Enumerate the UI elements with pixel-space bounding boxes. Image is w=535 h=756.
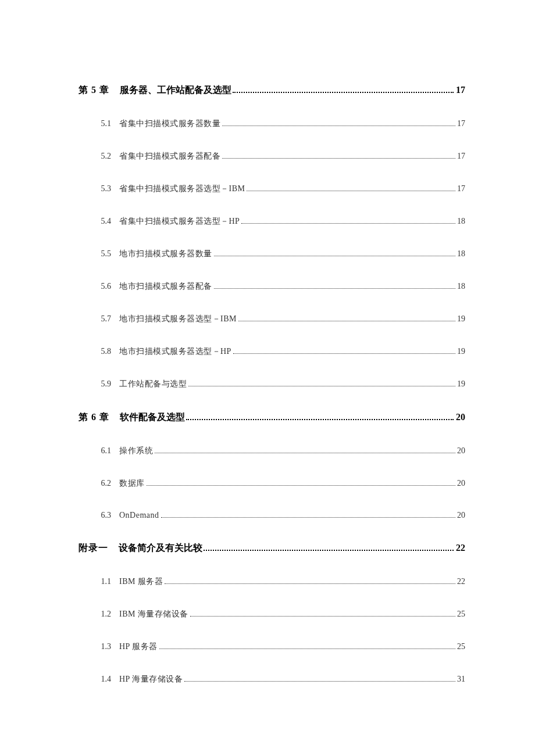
sub-number: 5.3 <box>90 184 111 194</box>
toc-sub-row[interactable]: 5.3省集中扫描模式服务器选型－IBM17 <box>79 184 465 194</box>
dot-leader <box>204 550 454 551</box>
sub-number: 6.3 <box>90 511 111 520</box>
dot-leader <box>147 485 456 486</box>
chapter-number: 第 5 章 <box>79 84 109 96</box>
toc-section: 第 6 章软件配备及选型206.1操作系统206.2数据库206.3OnDema… <box>79 411 465 520</box>
sub-number: 5.5 <box>90 249 111 259</box>
dot-leader <box>190 616 455 617</box>
sub-page: 19 <box>457 314 465 324</box>
sub-title: 工作站配备与选型 <box>119 379 187 389</box>
dot-leader <box>238 321 455 321</box>
sub-page: 20 <box>457 446 465 456</box>
sub-title: 省集中扫描模式服务器配备 <box>119 151 220 162</box>
sub-number: 5.1 <box>90 119 111 128</box>
sub-title: 操作系统 <box>119 446 153 456</box>
chapter-page: 17 <box>456 85 465 95</box>
dot-leader <box>186 419 454 420</box>
table-of-contents: 第 5 章服务器、工作站配备及选型175.1省集中扫描模式服务器数量175.2省… <box>79 84 465 685</box>
chapter-number: 第 6 章 <box>79 411 109 424</box>
dot-leader <box>165 583 455 584</box>
toc-sub-row[interactable]: 5.4省集中扫描模式服务器选型－HP18 <box>79 216 465 227</box>
sub-page: 19 <box>457 347 465 356</box>
chapter-page: 20 <box>456 412 465 422</box>
dot-leader <box>155 453 455 453</box>
sub-number: 5.8 <box>90 347 111 356</box>
sub-title: 省集中扫描模式服务器数量 <box>119 119 220 129</box>
toc-sub-row[interactable]: 1.4HP 海量存储设备31 <box>79 674 465 685</box>
dot-leader <box>247 191 455 191</box>
toc-sub-row[interactable]: 1.3HP 服务器25 <box>79 642 465 652</box>
dot-leader <box>161 517 455 518</box>
chapter-number: 附录一 <box>79 542 108 554</box>
sub-number: 1.2 <box>90 610 111 619</box>
sub-page: 18 <box>457 249 465 259</box>
toc-sub-row[interactable]: 1.1IBM 服务器22 <box>79 576 465 587</box>
sub-number: 1.3 <box>90 642 111 651</box>
dot-leader <box>188 386 455 386</box>
dot-leader <box>222 126 455 126</box>
sub-number: 5.4 <box>90 217 111 226</box>
toc-sub-row[interactable]: 5.8地市扫描模式服务器选型－HP19 <box>79 346 465 357</box>
dot-leader <box>233 353 455 354</box>
sub-page: 17 <box>457 152 465 161</box>
sub-title: IBM 海量存储设备 <box>119 609 188 619</box>
toc-sub-row[interactable]: 5.1省集中扫描模式服务器数量17 <box>79 119 465 129</box>
sub-page: 18 <box>457 217 465 226</box>
chapter-title: 服务器、工作站配备及选型 <box>120 84 231 96</box>
sub-page: 20 <box>457 479 465 488</box>
sub-title: 地市扫描模式服务器数量 <box>119 249 212 259</box>
sub-number: 6.1 <box>90 446 111 456</box>
toc-sub-row[interactable]: 6.3OnDemand20 <box>79 511 465 520</box>
sub-page: 19 <box>457 379 465 389</box>
sub-title: 省集中扫描模式服务器选型－HP <box>119 216 240 227</box>
chapter-title: 软件配备及选型 <box>120 411 185 424</box>
sub-number: 6.2 <box>90 479 111 488</box>
sub-page: 18 <box>457 282 465 291</box>
sub-page: 25 <box>457 610 465 619</box>
toc-section: 第 5 章服务器、工作站配备及选型175.1省集中扫描模式服务器数量175.2省… <box>79 84 465 389</box>
toc-chapter-row[interactable]: 第 5 章服务器、工作站配备及选型17 <box>79 84 465 96</box>
sub-title: 地市扫描模式服务器选型－IBM <box>119 314 237 324</box>
sub-number: 5.7 <box>90 314 111 324</box>
sub-number: 1.4 <box>90 675 111 684</box>
dot-leader <box>159 648 455 649</box>
dot-leader <box>241 223 455 224</box>
toc-sub-row[interactable]: 5.2省集中扫描模式服务器配备17 <box>79 151 465 162</box>
sub-number: 5.2 <box>90 152 111 161</box>
sub-page: 31 <box>457 675 465 684</box>
sub-title: HP 服务器 <box>119 642 158 652</box>
sub-number: 5.6 <box>90 282 111 291</box>
toc-section: 附录一设备简介及有关比较221.1IBM 服务器221.2IBM 海量存储设备2… <box>79 542 465 685</box>
toc-chapter-row[interactable]: 附录一设备简介及有关比较22 <box>79 542 465 554</box>
sub-title: 地市扫描模式服务器选型－HP <box>119 346 231 357</box>
dot-leader <box>184 681 455 682</box>
dot-leader <box>222 158 455 159</box>
sub-page: 20 <box>457 511 465 520</box>
sub-title: 省集中扫描模式服务器选型－IBM <box>119 184 245 194</box>
chapter-page: 22 <box>456 543 465 553</box>
dot-leader <box>214 288 456 289</box>
sub-title: 数据库 <box>119 478 145 489</box>
sub-page: 17 <box>457 119 465 128</box>
dot-leader <box>233 92 454 93</box>
toc-sub-row[interactable]: 6.2数据库20 <box>79 478 465 489</box>
toc-sub-row[interactable]: 6.1操作系统20 <box>79 446 465 456</box>
toc-sub-row[interactable]: 1.2IBM 海量存储设备25 <box>79 609 465 619</box>
chapter-title: 设备简介及有关比较 <box>119 542 202 554</box>
sub-number: 1.1 <box>90 577 111 586</box>
sub-title: OnDemand <box>119 511 159 520</box>
toc-sub-row[interactable]: 5.9工作站配备与选型19 <box>79 379 465 389</box>
toc-chapter-row[interactable]: 第 6 章软件配备及选型20 <box>79 411 465 424</box>
sub-number: 5.9 <box>90 379 111 389</box>
sub-page: 17 <box>457 184 465 194</box>
sub-title: HP 海量存储设备 <box>119 674 183 685</box>
toc-sub-row[interactable]: 5.6地市扫描模式服务器配备18 <box>79 281 465 292</box>
sub-page: 22 <box>457 577 465 586</box>
sub-title: IBM 服务器 <box>119 576 163 587</box>
sub-title: 地市扫描模式服务器配备 <box>119 281 212 292</box>
sub-page: 25 <box>457 642 465 651</box>
dot-leader <box>214 256 456 256</box>
toc-sub-row[interactable]: 5.7地市扫描模式服务器选型－IBM19 <box>79 314 465 324</box>
toc-sub-row[interactable]: 5.5地市扫描模式服务器数量18 <box>79 249 465 259</box>
